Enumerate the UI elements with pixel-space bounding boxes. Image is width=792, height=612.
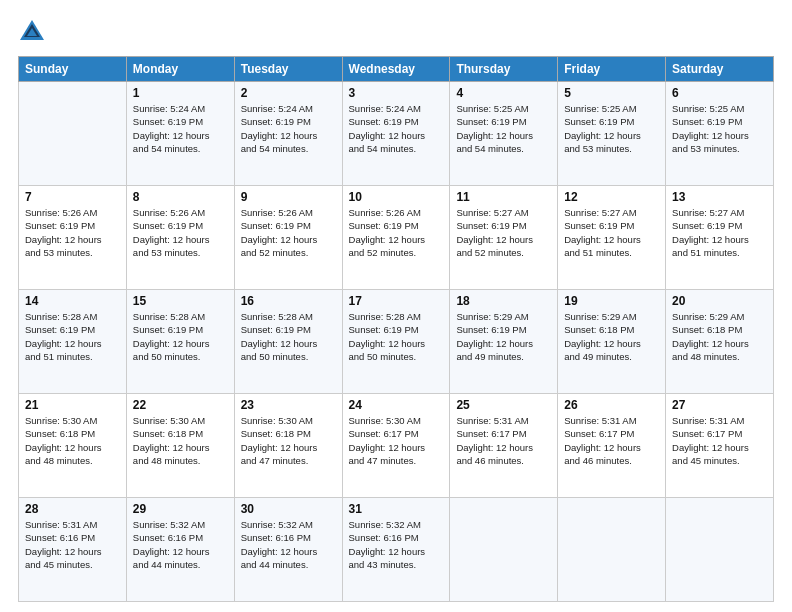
day-number: 4 (456, 86, 551, 100)
calendar-cell: 4Sunrise: 5:25 AM Sunset: 6:19 PM Daylig… (450, 82, 558, 186)
calendar-cell: 18Sunrise: 5:29 AM Sunset: 6:19 PM Dayli… (450, 290, 558, 394)
cell-info: Sunrise: 5:28 AM Sunset: 6:19 PM Dayligh… (133, 310, 228, 363)
day-number: 16 (241, 294, 336, 308)
day-number: 29 (133, 502, 228, 516)
cell-info: Sunrise: 5:26 AM Sunset: 6:19 PM Dayligh… (241, 206, 336, 259)
cell-info: Sunrise: 5:31 AM Sunset: 6:16 PM Dayligh… (25, 518, 120, 571)
col-header-sunday: Sunday (19, 57, 127, 82)
cell-info: Sunrise: 5:27 AM Sunset: 6:19 PM Dayligh… (564, 206, 659, 259)
day-number: 30 (241, 502, 336, 516)
day-number: 12 (564, 190, 659, 204)
day-number: 13 (672, 190, 767, 204)
col-header-saturday: Saturday (666, 57, 774, 82)
calendar-cell: 7Sunrise: 5:26 AM Sunset: 6:19 PM Daylig… (19, 186, 127, 290)
day-number: 3 (349, 86, 444, 100)
week-row-1: 1Sunrise: 5:24 AM Sunset: 6:19 PM Daylig… (19, 82, 774, 186)
cell-info: Sunrise: 5:24 AM Sunset: 6:19 PM Dayligh… (349, 102, 444, 155)
cell-info: Sunrise: 5:31 AM Sunset: 6:17 PM Dayligh… (564, 414, 659, 467)
week-row-2: 7Sunrise: 5:26 AM Sunset: 6:19 PM Daylig… (19, 186, 774, 290)
day-number: 28 (25, 502, 120, 516)
logo (18, 18, 52, 46)
calendar-cell: 13Sunrise: 5:27 AM Sunset: 6:19 PM Dayli… (666, 186, 774, 290)
cell-info: Sunrise: 5:28 AM Sunset: 6:19 PM Dayligh… (241, 310, 336, 363)
cell-info: Sunrise: 5:30 AM Sunset: 6:18 PM Dayligh… (241, 414, 336, 467)
day-number: 8 (133, 190, 228, 204)
day-number: 5 (564, 86, 659, 100)
cell-info: Sunrise: 5:25 AM Sunset: 6:19 PM Dayligh… (564, 102, 659, 155)
cell-info: Sunrise: 5:28 AM Sunset: 6:19 PM Dayligh… (349, 310, 444, 363)
page: SundayMondayTuesdayWednesdayThursdayFrid… (0, 0, 792, 612)
col-header-tuesday: Tuesday (234, 57, 342, 82)
calendar-cell: 14Sunrise: 5:28 AM Sunset: 6:19 PM Dayli… (19, 290, 127, 394)
calendar-cell: 3Sunrise: 5:24 AM Sunset: 6:19 PM Daylig… (342, 82, 450, 186)
day-number: 15 (133, 294, 228, 308)
calendar-cell: 12Sunrise: 5:27 AM Sunset: 6:19 PM Dayli… (558, 186, 666, 290)
cell-info: Sunrise: 5:32 AM Sunset: 6:16 PM Dayligh… (241, 518, 336, 571)
calendar-header-row: SundayMondayTuesdayWednesdayThursdayFrid… (19, 57, 774, 82)
calendar-cell: 23Sunrise: 5:30 AM Sunset: 6:18 PM Dayli… (234, 394, 342, 498)
calendar-cell: 9Sunrise: 5:26 AM Sunset: 6:19 PM Daylig… (234, 186, 342, 290)
col-header-wednesday: Wednesday (342, 57, 450, 82)
calendar-cell: 27Sunrise: 5:31 AM Sunset: 6:17 PM Dayli… (666, 394, 774, 498)
calendar-body: 1Sunrise: 5:24 AM Sunset: 6:19 PM Daylig… (19, 82, 774, 602)
day-number: 2 (241, 86, 336, 100)
day-number: 20 (672, 294, 767, 308)
calendar-cell (666, 498, 774, 602)
col-header-thursday: Thursday (450, 57, 558, 82)
day-number: 21 (25, 398, 120, 412)
cell-info: Sunrise: 5:29 AM Sunset: 6:18 PM Dayligh… (564, 310, 659, 363)
cell-info: Sunrise: 5:26 AM Sunset: 6:19 PM Dayligh… (25, 206, 120, 259)
day-number: 23 (241, 398, 336, 412)
week-row-3: 14Sunrise: 5:28 AM Sunset: 6:19 PM Dayli… (19, 290, 774, 394)
day-number: 1 (133, 86, 228, 100)
cell-info: Sunrise: 5:26 AM Sunset: 6:19 PM Dayligh… (133, 206, 228, 259)
calendar-cell: 26Sunrise: 5:31 AM Sunset: 6:17 PM Dayli… (558, 394, 666, 498)
calendar-cell: 29Sunrise: 5:32 AM Sunset: 6:16 PM Dayli… (126, 498, 234, 602)
day-number: 22 (133, 398, 228, 412)
calendar-cell (558, 498, 666, 602)
cell-info: Sunrise: 5:32 AM Sunset: 6:16 PM Dayligh… (133, 518, 228, 571)
calendar-cell: 16Sunrise: 5:28 AM Sunset: 6:19 PM Dayli… (234, 290, 342, 394)
calendar-cell: 20Sunrise: 5:29 AM Sunset: 6:18 PM Dayli… (666, 290, 774, 394)
day-number: 25 (456, 398, 551, 412)
col-header-friday: Friday (558, 57, 666, 82)
cell-info: Sunrise: 5:28 AM Sunset: 6:19 PM Dayligh… (25, 310, 120, 363)
cell-info: Sunrise: 5:24 AM Sunset: 6:19 PM Dayligh… (133, 102, 228, 155)
calendar-cell: 15Sunrise: 5:28 AM Sunset: 6:19 PM Dayli… (126, 290, 234, 394)
calendar-cell: 24Sunrise: 5:30 AM Sunset: 6:17 PM Dayli… (342, 394, 450, 498)
calendar-cell: 21Sunrise: 5:30 AM Sunset: 6:18 PM Dayli… (19, 394, 127, 498)
day-number: 19 (564, 294, 659, 308)
calendar-cell: 8Sunrise: 5:26 AM Sunset: 6:19 PM Daylig… (126, 186, 234, 290)
cell-info: Sunrise: 5:25 AM Sunset: 6:19 PM Dayligh… (672, 102, 767, 155)
calendar-table: SundayMondayTuesdayWednesdayThursdayFrid… (18, 56, 774, 602)
calendar-cell: 6Sunrise: 5:25 AM Sunset: 6:19 PM Daylig… (666, 82, 774, 186)
cell-info: Sunrise: 5:29 AM Sunset: 6:19 PM Dayligh… (456, 310, 551, 363)
calendar-cell: 25Sunrise: 5:31 AM Sunset: 6:17 PM Dayli… (450, 394, 558, 498)
calendar-cell (450, 498, 558, 602)
day-number: 18 (456, 294, 551, 308)
logo-icon (18, 18, 46, 46)
cell-info: Sunrise: 5:25 AM Sunset: 6:19 PM Dayligh… (456, 102, 551, 155)
cell-info: Sunrise: 5:30 AM Sunset: 6:18 PM Dayligh… (133, 414, 228, 467)
calendar-cell: 31Sunrise: 5:32 AM Sunset: 6:16 PM Dayli… (342, 498, 450, 602)
calendar-cell: 1Sunrise: 5:24 AM Sunset: 6:19 PM Daylig… (126, 82, 234, 186)
calendar-cell (19, 82, 127, 186)
day-number: 10 (349, 190, 444, 204)
cell-info: Sunrise: 5:24 AM Sunset: 6:19 PM Dayligh… (241, 102, 336, 155)
calendar-cell: 22Sunrise: 5:30 AM Sunset: 6:18 PM Dayli… (126, 394, 234, 498)
calendar-cell: 17Sunrise: 5:28 AM Sunset: 6:19 PM Dayli… (342, 290, 450, 394)
day-number: 11 (456, 190, 551, 204)
calendar-cell: 10Sunrise: 5:26 AM Sunset: 6:19 PM Dayli… (342, 186, 450, 290)
col-header-monday: Monday (126, 57, 234, 82)
day-number: 6 (672, 86, 767, 100)
day-number: 7 (25, 190, 120, 204)
day-number: 14 (25, 294, 120, 308)
day-number: 24 (349, 398, 444, 412)
day-number: 9 (241, 190, 336, 204)
cell-info: Sunrise: 5:27 AM Sunset: 6:19 PM Dayligh… (672, 206, 767, 259)
cell-info: Sunrise: 5:31 AM Sunset: 6:17 PM Dayligh… (456, 414, 551, 467)
cell-info: Sunrise: 5:30 AM Sunset: 6:18 PM Dayligh… (25, 414, 120, 467)
cell-info: Sunrise: 5:29 AM Sunset: 6:18 PM Dayligh… (672, 310, 767, 363)
calendar-cell: 19Sunrise: 5:29 AM Sunset: 6:18 PM Dayli… (558, 290, 666, 394)
day-number: 31 (349, 502, 444, 516)
